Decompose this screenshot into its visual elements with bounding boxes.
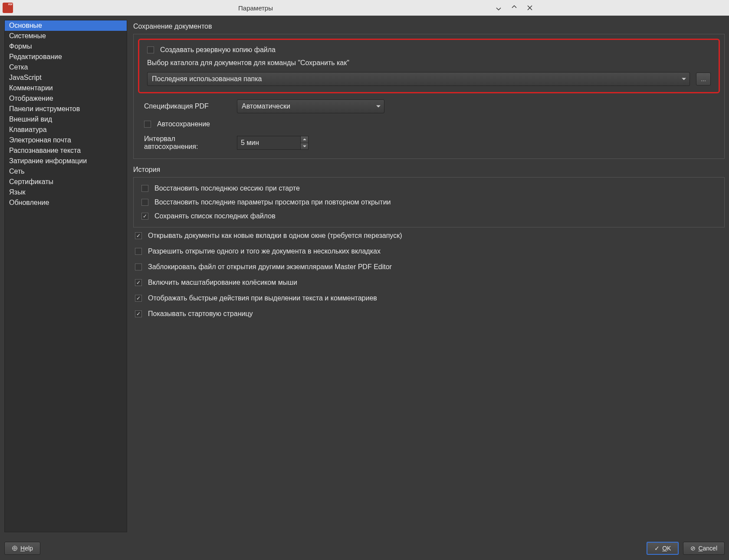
minimize-icon[interactable] (495, 4, 502, 12)
sidebar-item[interactable]: JavaScript (5, 72, 127, 83)
restore-session-label: Восстановить последнюю сессию при старте (154, 184, 300, 192)
keep-recent-label: Сохранять список последних файлов (154, 212, 276, 220)
lock-file-label: Заблокировать файл от открытия другими э… (148, 263, 392, 271)
sidebar-item[interactable]: Обновление (5, 198, 127, 208)
sidebar-item[interactable]: Панели инструментов (5, 104, 127, 114)
chevron-down-icon (376, 105, 381, 108)
restore-view-label: Восстановить последние параметры просмот… (154, 198, 391, 206)
section-saving-title: Сохранение документов (133, 23, 538, 30)
tabs-one-window-label: Открывать документы как новые вкладки в … (148, 232, 402, 240)
sidebar-item[interactable]: Комментарии (5, 83, 127, 93)
autosave-checkbox[interactable] (144, 121, 151, 128)
settings-sidebar: ОсновныеСистемныеФормыРедактированиеСетк… (4, 20, 127, 421)
sidebar-item[interactable]: Редактирование (5, 52, 127, 62)
spinner-up-icon[interactable] (301, 136, 308, 143)
quick-actions-label: Отображать быстрые действия при выделени… (148, 294, 377, 302)
sidebar-item[interactable]: Сертификаты (5, 177, 127, 187)
saving-group: Создавать резервную копию файла Выбор ка… (133, 34, 538, 159)
restore-session-checkbox[interactable] (141, 185, 148, 192)
sidebar-item[interactable]: Клавиатура (5, 125, 127, 135)
titlebar: Параметры (0, 0, 538, 16)
sidebar-item[interactable]: Сетка (5, 62, 127, 72)
autosave-interval-spinner[interactable]: 5 мин (237, 136, 309, 150)
sidebar-item[interactable]: Затирание информации (5, 156, 127, 166)
save-as-dir-combo[interactable]: Последняя использованная папка (147, 72, 538, 86)
autosave-label: Автосохранение (157, 120, 210, 128)
settings-pane: Сохранение документов Создавать резервну… (133, 20, 538, 421)
window-title: Параметры (16, 4, 495, 12)
pdf-spec-value: Автоматически (242, 102, 290, 110)
sidebar-item[interactable]: Язык (5, 187, 127, 198)
allow-multi-tab-label: Разрешить открытие одного и того же доку… (148, 247, 381, 255)
backup-checkbox[interactable] (147, 46, 154, 53)
pdf-spec-label: Спецификация PDF (144, 102, 231, 110)
restore-view-checkbox[interactable] (141, 199, 148, 206)
sidebar-item[interactable]: Электронная почта (5, 135, 127, 145)
history-group: Восстановить последнюю сессию при старте… (133, 177, 538, 227)
start-page-checkbox[interactable] (135, 310, 142, 317)
sidebar-item[interactable]: Сеть (5, 166, 127, 177)
sidebar-item[interactable]: Формы (5, 41, 127, 52)
close-icon[interactable] (526, 4, 534, 12)
sidebar-item[interactable]: Внешний вид (5, 114, 127, 125)
lock-file-checkbox[interactable] (135, 264, 142, 270)
save-as-dir-label: Выбор каталога для документов для команд… (147, 59, 538, 67)
allow-multi-tab-checkbox[interactable] (135, 248, 142, 255)
autosave-interval-value: 5 мин (241, 139, 259, 147)
section-history-title: История (133, 166, 538, 174)
backup-label: Создавать резервную копию файла (160, 46, 276, 54)
spinner-down-icon[interactable] (301, 143, 308, 150)
maximize-icon[interactable] (510, 4, 518, 12)
save-as-dir-value: Последняя использованная папка (152, 75, 262, 83)
wheel-zoom-checkbox[interactable] (135, 279, 142, 286)
wheel-zoom-label: Включить масштабирование колёсиком мыши (148, 279, 297, 287)
highlight-box: Создавать резервную копию файла Выбор ка… (138, 39, 538, 93)
pdf-spec-combo[interactable]: Автоматически (237, 99, 384, 113)
autosave-interval-label: Интервал автосохранения: (144, 135, 231, 151)
sidebar-item[interactable]: Системные (5, 31, 127, 41)
sidebar-item[interactable]: Отображение (5, 93, 127, 104)
sidebar-item[interactable]: Основные (5, 20, 127, 31)
sidebar-item[interactable]: Распознавание текста (5, 145, 127, 156)
tabs-one-window-checkbox[interactable] (135, 232, 142, 239)
start-page-label: Показывать стартовую страницу (148, 310, 253, 318)
keep-recent-checkbox[interactable] (141, 213, 148, 220)
app-icon (3, 3, 13, 13)
quick-actions-checkbox[interactable] (135, 295, 142, 302)
